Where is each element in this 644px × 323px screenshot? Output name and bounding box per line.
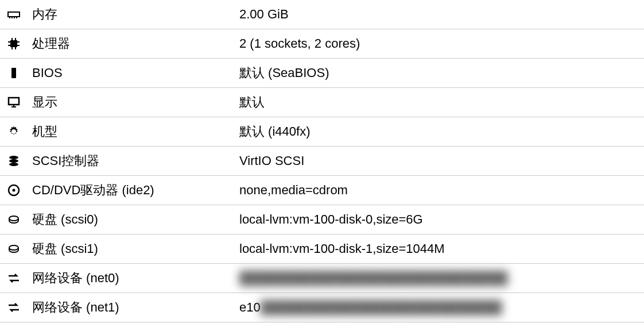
row-label: 硬盘 (scsi1) bbox=[30, 240, 239, 257]
table-row[interactable]: BIOS 默认 (SeaBIOS) bbox=[0, 59, 644, 88]
table-row[interactable]: CD/DVD驱动器 (ide2) none,media=cdrom bbox=[0, 176, 644, 205]
table-row[interactable]: 处理器 2 (1 sockets, 2 cores) bbox=[0, 29, 644, 59]
row-label: 网络设备 (net1) bbox=[30, 299, 239, 316]
row-label: 内存 bbox=[30, 6, 239, 23]
row-value: VirtIO SCSI bbox=[239, 153, 637, 168]
svg-point-19 bbox=[9, 159, 18, 163]
svg-rect-0 bbox=[8, 12, 20, 17]
cpu-icon bbox=[7, 37, 30, 51]
row-value: 默认 (i440fx) bbox=[239, 123, 637, 140]
svg-point-18 bbox=[9, 156, 18, 159]
row-value: 2.00 GiB bbox=[239, 7, 637, 22]
network-icon bbox=[7, 301, 30, 314]
svg-rect-5 bbox=[10, 40, 17, 47]
row-value: 默认 (SeaBIOS) bbox=[239, 64, 637, 82]
display-icon bbox=[7, 95, 30, 109]
table-row[interactable]: SCSI控制器 VirtIO SCSI bbox=[0, 147, 644, 176]
table-row[interactable]: 网络设备 (net1) e10█████████████████████████… bbox=[0, 293, 644, 322]
row-label: CD/DVD驱动器 (ide2) bbox=[30, 182, 239, 199]
table-row[interactable]: 硬盘 (scsi1) local-lvm:vm-100-disk-1,size=… bbox=[0, 234, 644, 264]
row-value: local-lvm:vm-100-disk-0,size=6G bbox=[239, 212, 637, 227]
svg-rect-14 bbox=[11, 68, 16, 78]
row-label: 机型 bbox=[30, 123, 239, 140]
table-row[interactable]: 硬盘 (scsi0) local-lvm:vm-100-disk-0,size=… bbox=[0, 205, 644, 234]
memory-icon bbox=[7, 7, 30, 21]
disk-icon bbox=[7, 242, 30, 256]
row-value: local-lvm:vm-100-disk-1,size=1044M bbox=[239, 241, 637, 256]
row-label: 显示 bbox=[30, 94, 239, 111]
svg-point-20 bbox=[9, 163, 18, 166]
table-row[interactable]: 内存 2.00 GiB bbox=[0, 0, 644, 29]
row-label: BIOS bbox=[30, 66, 239, 80]
svg-point-22 bbox=[13, 189, 15, 192]
cdrom-icon bbox=[7, 183, 30, 197]
machine-icon bbox=[7, 125, 30, 139]
bios-icon bbox=[7, 66, 30, 80]
row-label: SCSI控制器 bbox=[30, 152, 239, 170]
table-row[interactable]: 显示 默认 bbox=[0, 88, 644, 117]
row-label: 网络设备 (net0) bbox=[30, 270, 239, 287]
hardware-table: 内存 2.00 GiB 处理器 2 (1 sockets, 2 cores) B… bbox=[0, 0, 644, 322]
disk-icon bbox=[7, 213, 30, 226]
table-row[interactable]: 网络设备 (net0) ████████████████████████████… bbox=[0, 264, 644, 293]
row-label: 处理器 bbox=[30, 35, 239, 52]
scsi-icon bbox=[7, 154, 30, 168]
row-value: e10███████████████████████████ bbox=[239, 300, 637, 315]
svg-rect-15 bbox=[9, 98, 19, 105]
table-row[interactable]: 机型 默认 (i440fx) bbox=[0, 117, 644, 147]
network-icon bbox=[7, 271, 30, 285]
row-value: 默认 bbox=[239, 94, 637, 111]
row-value: none,media=cdrom bbox=[239, 183, 637, 198]
row-label: 硬盘 (scsi0) bbox=[30, 211, 239, 228]
row-value: ██████████████████████████████ bbox=[239, 271, 637, 286]
row-value: 2 (1 sockets, 2 cores) bbox=[239, 36, 637, 51]
